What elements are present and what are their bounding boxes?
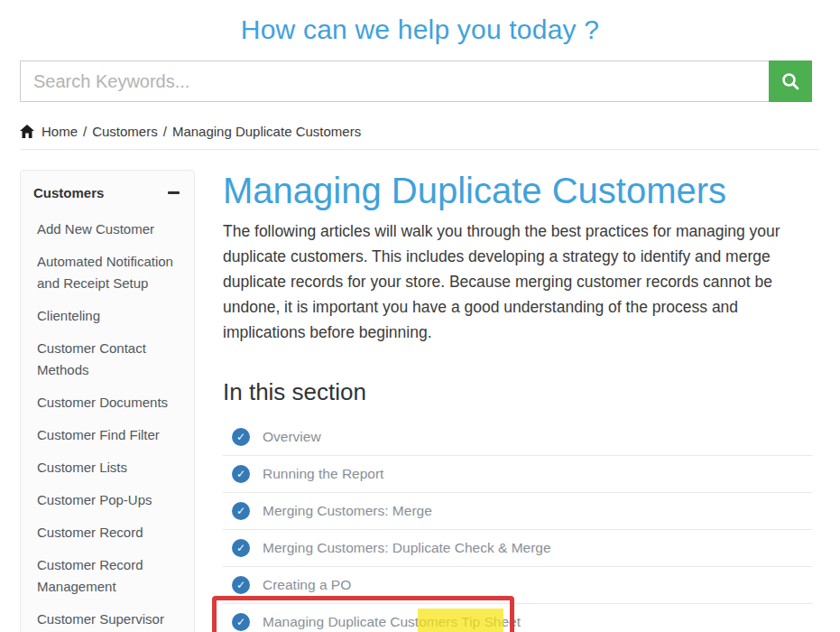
section-heading: In this section <box>223 378 813 406</box>
sidebar-item[interactable]: Customer Find Filter <box>37 424 187 446</box>
article-title: Managing Duplicate Customers <box>223 170 813 211</box>
breadcrumb: Home / Customers / Managing Duplicate Cu… <box>20 124 820 139</box>
collapse-minus-icon[interactable] <box>168 191 180 194</box>
search-input[interactable] <box>20 60 769 102</box>
sidebar-item[interactable]: Customer Pop-Ups <box>37 489 187 511</box>
check-circle-icon: ✓ <box>232 428 250 446</box>
header-divider <box>20 149 819 150</box>
breadcrumb-item[interactable]: Home / <box>42 124 92 139</box>
article-link[interactable]: Overview <box>263 429 321 445</box>
check-circle-icon: ✓ <box>232 539 250 557</box>
article-link[interactable]: Managing Duplicate Customers Tip Sheet <box>263 614 521 630</box>
article-list-item[interactable]: ✓ Managing Duplicate Customers Tip Sheet <box>223 604 813 632</box>
article-list-item[interactable]: ✓ Running the Report <box>223 456 813 493</box>
check-circle-icon: ✓ <box>232 576 250 594</box>
breadcrumb-separator: / <box>163 124 167 139</box>
sidebar-item[interactable]: Customer Contact Methods <box>37 338 187 381</box>
sidebar-item[interactable]: Add New Customer <box>37 218 187 240</box>
article-list-item[interactable]: ✓ Merging Customers: Duplicate Check & M… <box>223 530 813 567</box>
check-circle-icon: ✓ <box>232 465 250 483</box>
search-button[interactable] <box>769 60 812 102</box>
breadcrumb-separator: / <box>83 124 87 139</box>
sidebar-title: Customers <box>33 185 104 200</box>
sidebar-header: Customers <box>33 185 187 200</box>
breadcrumb-link[interactable]: Customers <box>92 124 158 139</box>
search-bar <box>20 60 812 102</box>
article-link[interactable]: Running the Report <box>263 466 383 482</box>
article-list-item[interactable]: ✓ Merging Customers: Merge <box>223 493 813 530</box>
sidebar: Customers Add New Customer Automated Not… <box>20 170 195 632</box>
intro-paragraph: The following articles will walk you thr… <box>223 218 813 345</box>
sidebar-item[interactable]: Customer Record <box>37 522 187 544</box>
sidebar-item[interactable]: Customer Record Management <box>37 554 187 598</box>
page-title: How can we help you today ? <box>0 14 840 45</box>
breadcrumb-link[interactable]: Managing Duplicate Customers <box>172 124 361 139</box>
sidebar-item[interactable]: Customer Supervisor <box>37 609 187 630</box>
check-circle-icon: ✓ <box>232 502 250 520</box>
sidebar-item[interactable]: Clienteling <box>37 305 187 327</box>
breadcrumb-link[interactable]: Home <box>42 124 78 139</box>
article-list: ✓ Overview ✓ Running the Report ✓ Mergin… <box>223 419 813 632</box>
content-area: Customers Add New Customer Automated Not… <box>20 170 813 632</box>
main-content: Managing Duplicate Customers The followi… <box>223 170 813 632</box>
search-icon <box>780 70 801 92</box>
sidebar-item[interactable]: Customer Lists <box>37 457 187 479</box>
sidebar-item[interactable]: Customer Documents <box>37 392 187 414</box>
article-link[interactable]: Merging Customers: Duplicate Check & Mer… <box>263 540 551 556</box>
breadcrumb-item[interactable]: Managing Duplicate Customers <box>172 124 372 139</box>
breadcrumb-item[interactable]: Customers / <box>92 124 172 139</box>
sidebar-nav: Add New Customer Automated Notification … <box>33 218 187 630</box>
article-link[interactable]: Creating a PO <box>263 577 351 593</box>
home-icon[interactable] <box>20 125 34 138</box>
article-list-item[interactable]: ✓ Creating a PO <box>223 567 813 604</box>
sidebar-item[interactable]: Automated Notification and Receipt Setup <box>37 251 187 294</box>
article-link[interactable]: Merging Customers: Merge <box>263 503 432 519</box>
article-list-item[interactable]: ✓ Overview <box>223 419 813 456</box>
check-circle-icon: ✓ <box>232 613 250 631</box>
